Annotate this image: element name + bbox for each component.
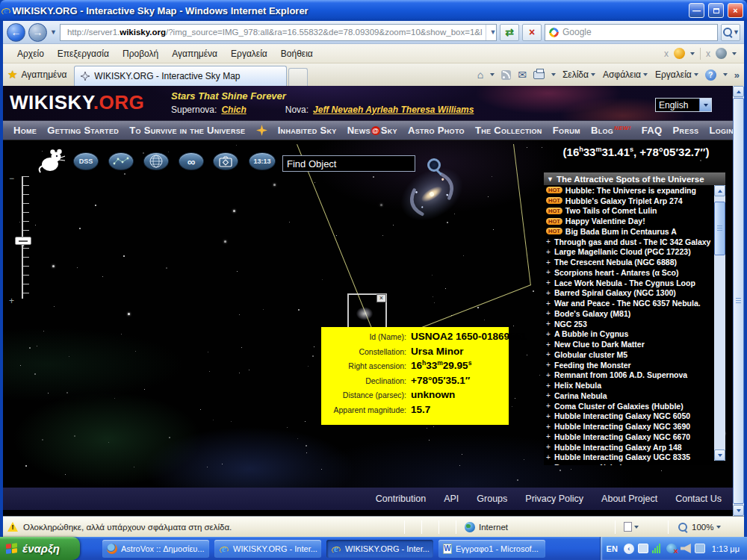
url-field[interactable]: http://server1.wikisky.org/?img_source=I… xyxy=(60,24,497,41)
hide-icons-chevron[interactable]: ‹ xyxy=(624,544,634,554)
addon-key-icon[interactable] xyxy=(674,48,685,59)
rss-icon[interactable] xyxy=(501,70,511,80)
grid-button[interactable] xyxy=(143,152,169,170)
menu-item-1[interactable]: Επεξεργασία xyxy=(51,46,116,61)
spot-item[interactable]: +Hubble Interacting Galaxy UGC 8335 xyxy=(544,452,714,463)
menu-item-5[interactable]: Βοήθεια xyxy=(274,46,320,61)
selected-object-image[interactable] xyxy=(354,305,375,322)
spot-item[interactable]: +A Bubble in Cygnus xyxy=(544,329,714,340)
favorites-button[interactable]: ★ Αγαπημένα xyxy=(7,63,74,86)
nav-item-home[interactable]: Home xyxy=(13,125,37,136)
toolbar-close-mark[interactable]: x xyxy=(664,49,669,59)
site-logo[interactable]: WIKISKY.ORG xyxy=(10,91,144,114)
spot-item[interactable]: +NGC 253 xyxy=(544,319,714,329)
language-select[interactable]: English xyxy=(655,98,712,112)
protected-mode-button[interactable] xyxy=(624,522,660,532)
nav-item-press[interactable]: Press xyxy=(673,125,699,136)
nav-item-inhabited-sky[interactable]: Inhabited Sky xyxy=(278,125,337,136)
supernova-link[interactable]: Chich xyxy=(221,105,246,115)
nav-item-blog[interactable]: BlogNEW! xyxy=(591,125,631,136)
spot-item[interactable]: +Globular cluster M5 xyxy=(544,349,714,360)
footer-link-contribution[interactable]: Contribution xyxy=(376,494,426,504)
camera-button[interactable] xyxy=(213,152,238,170)
task-button-3[interactable]: WΕγγραφο1 - Microsof... xyxy=(438,540,545,558)
zoom-slider-handle[interactable] xyxy=(15,237,31,245)
scroll-up-icon[interactable] xyxy=(714,185,725,196)
menu-item-0[interactable]: Αρχείο xyxy=(10,46,51,61)
nav-item-to-survive-in-the-universe[interactable]: To Survive in the Universe xyxy=(129,125,245,136)
command-button-2[interactable]: Εργαλεία xyxy=(655,69,698,80)
computer-icon[interactable] xyxy=(695,544,705,553)
taskbar-clock[interactable]: 1:13 μμ xyxy=(712,544,740,553)
zoom-in-label[interactable]: + xyxy=(9,296,14,306)
find-magnifier-icon[interactable] xyxy=(426,157,445,176)
spot-item[interactable]: +Coma Cluster of Galaxies (Hubble) xyxy=(544,401,714,411)
signal-strength-icon[interactable] xyxy=(652,544,663,553)
language-indicator[interactable]: EN xyxy=(607,544,618,553)
spot-item[interactable]: +Helix Nebula xyxy=(544,380,714,391)
spot-item[interactable]: +Boomerang Nebula xyxy=(544,462,714,465)
spot-item[interactable]: HOTHubble: The Universe is expanding xyxy=(544,185,714,196)
spot-item[interactable]: +Hubble Interacting Galaxy NGC 6050 xyxy=(544,411,714,422)
mail-icon[interactable]: ✉ xyxy=(518,69,527,81)
infinity-button[interactable]: ∞ xyxy=(179,152,204,170)
print-icon[interactable] xyxy=(533,71,545,79)
footer-link-groups[interactable]: Groups xyxy=(477,494,507,504)
page-scroll-up-icon[interactable] xyxy=(733,86,744,97)
nav-item-faq[interactable]: FAQ xyxy=(642,125,663,136)
network-error-icon[interactable] xyxy=(666,544,677,553)
spot-item[interactable]: +Carina Nebula xyxy=(544,391,714,401)
menu-item-3[interactable]: Αγαπημένα xyxy=(165,46,224,61)
nav-item-news-sky[interactable]: News@Sky xyxy=(347,125,397,136)
menu-item-2[interactable]: Προβολή xyxy=(116,46,165,61)
history-chevron-icon[interactable]: ▼ xyxy=(50,28,57,36)
spot-item[interactable]: HOTTwo Tails of Comet Lulin xyxy=(544,206,714,217)
zoom-control[interactable]: 100% xyxy=(677,521,741,533)
help-icon[interactable]: ? xyxy=(705,69,716,81)
time-button[interactable]: 13:13 xyxy=(249,152,276,170)
spot-item[interactable]: HOTHappy Valentine Day! xyxy=(544,216,714,226)
addon-globe-icon[interactable] xyxy=(716,48,727,59)
selection-box[interactable]: × xyxy=(347,293,387,329)
spot-item[interactable]: HOTBig Bada Bum in Centaurus A xyxy=(544,226,714,237)
spot-item[interactable]: +Scorpions heart - Antares (α Sco) xyxy=(544,267,714,278)
new-tab-stub[interactable] xyxy=(288,68,308,86)
spot-item[interactable]: +Barred Spiral Galaxy (NGC 1300) xyxy=(544,288,714,299)
spot-item[interactable]: +War and Peace - The NGC 6357 Nebula. xyxy=(544,298,714,308)
back-button[interactable]: ← xyxy=(7,23,25,42)
nav-item-the-collection[interactable]: The Collection xyxy=(475,125,542,136)
spot-item[interactable]: +Hubble Interacting Galaxy NGC 3690 xyxy=(544,421,714,432)
minimize-button[interactable]: — xyxy=(689,3,704,18)
volume-icon[interactable] xyxy=(681,544,691,553)
attractive-spots-header[interactable]: ▼ The Attractive Spots of the Universe xyxy=(544,172,725,185)
nav-item-astro-photo[interactable]: Astro Photo xyxy=(408,125,465,136)
nova-link[interactable]: Jeff Nevaeh Ayrleah Theresa Williams xyxy=(313,105,474,115)
zoom-slider[interactable]: − + xyxy=(9,173,34,306)
refresh-button[interactable]: ⇄ xyxy=(500,24,519,41)
page-scrollbar[interactable] xyxy=(733,86,744,516)
spot-item[interactable]: +Remnant from 1006 A.D. Supernova xyxy=(544,370,714,381)
spot-item[interactable]: +Hubble Interacting Galaxy NGC 6670 xyxy=(544,432,714,442)
nav-item-forum[interactable]: Forum xyxy=(553,125,580,136)
constellation-button[interactable] xyxy=(108,152,134,170)
spot-item[interactable]: +Feeding the Monster xyxy=(544,360,714,370)
spot-item[interactable]: +The Crescent Nebula (NGC 6888) xyxy=(544,257,714,267)
spots-scroll-thumb[interactable] xyxy=(714,202,725,255)
warning-icon[interactable] xyxy=(7,522,19,532)
spot-item[interactable]: +Lace Work Nebula - The Cygnus Loop xyxy=(544,278,714,288)
footer-link-about-project[interactable]: About Project xyxy=(601,494,657,504)
spot-item[interactable]: +Bode's Galaxy (M81) xyxy=(544,308,714,319)
page-scroll-thumb[interactable] xyxy=(733,98,744,504)
spot-item[interactable]: +New Clue to Dark Matter xyxy=(544,339,714,349)
page-scroll-down-icon[interactable] xyxy=(733,505,744,516)
url-dropdown-icon[interactable]: ▼ xyxy=(486,25,497,40)
network-monitor-icon[interactable] xyxy=(638,544,648,553)
spot-item[interactable]: +Through gas and dust - The IC 342 Galax… xyxy=(544,237,714,247)
menu-item-4[interactable]: Εργαλεία xyxy=(224,46,274,61)
task-button-1[interactable]: eWIKISKY.ORG - Inter... xyxy=(214,540,321,558)
command-button-1[interactable]: Ασφάλεια xyxy=(603,69,648,80)
start-button[interactable]: έναρξη xyxy=(0,537,80,560)
task-button-2[interactable]: eWIKISKY.ORG - Inter... xyxy=(326,540,433,558)
spots-scrollbar[interactable] xyxy=(714,185,725,461)
zoom-out-label[interactable]: − xyxy=(9,173,14,184)
